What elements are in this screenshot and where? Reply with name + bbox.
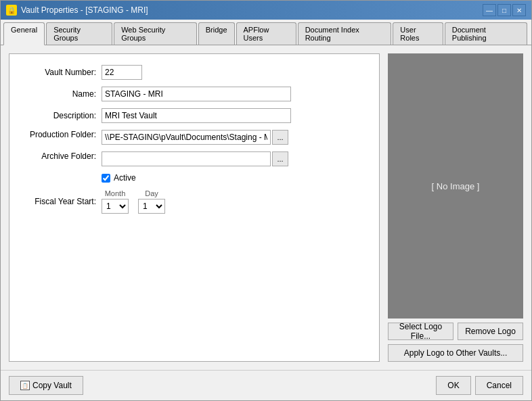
tabs-bar: General Security Groups Web Security Gro… (1, 20, 531, 45)
tab-user-roles[interactable]: User Roles (393, 22, 443, 45)
name-label: Name: (20, 89, 102, 99)
fiscal-day-label: Day (138, 189, 165, 197)
production-folder-input[interactable] (102, 130, 271, 145)
tab-general[interactable]: General (3, 22, 45, 45)
copy-vault-label: Copy Vault (32, 381, 72, 390)
active-row: Active (102, 173, 368, 183)
main-panel: Vault Number: Name: Description: Product… (9, 53, 523, 362)
description-row: Description: (20, 108, 368, 123)
tab-document-index-routing[interactable]: Document Index Routing (298, 22, 392, 45)
logo-section: [ No Image ] Select Logo File... Remove … (388, 53, 523, 362)
production-folder-row: Production Folder: ... (20, 130, 368, 145)
archive-folder-label: Archive Folder: (20, 151, 102, 161)
fiscal-month-select[interactable]: 1 2 3 4 5 6 7 8 9 10 11 (102, 199, 129, 214)
name-row: Name: (20, 87, 368, 101)
archive-folder-row: Archive Folder: ... (20, 151, 368, 166)
archive-folder-input[interactable] (102, 151, 271, 166)
form-section: Vault Number: Name: Description: Product… (9, 53, 380, 362)
fiscal-day-sub: Day 1 2 3 4 5 6 7 8 9 10 (138, 189, 165, 214)
vault-number-input[interactable] (102, 65, 142, 80)
bottom-left: 📋 Copy Vault (9, 376, 83, 395)
fiscal-month-sub: Month 1 2 3 4 5 6 7 8 9 1 (102, 189, 129, 214)
description-input[interactable] (102, 108, 291, 123)
title-bar-left: 🔒 Vault Properties - [STAGING - MRI] (6, 5, 148, 16)
app-icon: 🔒 (6, 5, 17, 16)
fiscal-year-row: Fiscal Year Start: Month 1 2 3 4 5 6 (20, 189, 368, 214)
tab-apflow-users[interactable]: APFlow Users (236, 22, 296, 45)
title-controls: — □ ✕ (483, 4, 526, 16)
main-window: 🔒 Vault Properties - [STAGING - MRI] — □… (0, 0, 532, 401)
copy-vault-icon: 📋 (20, 381, 30, 390)
archive-folder-browse[interactable]: ... (272, 151, 288, 166)
tab-security-groups[interactable]: Security Groups (46, 22, 112, 45)
active-label: Active (114, 173, 136, 183)
production-folder-wrap: ... (102, 130, 288, 145)
cancel-button[interactable]: Cancel (475, 376, 523, 395)
content-area: Vault Number: Name: Description: Product… (1, 45, 531, 370)
tab-document-publishing[interactable]: Document Publishing (445, 22, 527, 45)
select-logo-button[interactable]: Select Logo File... (388, 323, 453, 340)
vault-number-label: Vault Number: (20, 68, 102, 77)
minimize-button[interactable]: — (483, 4, 496, 16)
name-input[interactable] (102, 87, 291, 101)
logo-preview: [ No Image ] (388, 53, 523, 319)
bottom-bar: 📋 Copy Vault OK Cancel (1, 370, 531, 400)
production-folder-label: Production Folder: (20, 130, 102, 139)
window-title: Vault Properties - [STAGING - MRI] (21, 5, 148, 15)
vault-number-row: Vault Number: (20, 65, 368, 80)
bottom-right: OK Cancel (436, 376, 523, 395)
apply-logo-button[interactable]: Apply Logo to Other Vaults... (388, 344, 523, 362)
maximize-button[interactable]: □ (497, 4, 511, 16)
title-bar: 🔒 Vault Properties - [STAGING - MRI] — □… (1, 1, 531, 20)
logo-btn-row: Select Logo File... Remove Logo (388, 323, 523, 340)
fiscal-day-select[interactable]: 1 2 3 4 5 6 7 8 9 10 15 (138, 199, 165, 214)
active-checkbox[interactable] (102, 174, 110, 183)
no-image-text: [ No Image ] (432, 181, 480, 191)
copy-vault-button[interactable]: 📋 Copy Vault (9, 376, 83, 395)
tab-web-security-groups[interactable]: Web Security Groups (114, 22, 197, 45)
fiscal-year-label: Fiscal Year Start: (20, 197, 102, 206)
description-label: Description: (20, 111, 102, 120)
close-button[interactable]: ✕ (512, 4, 526, 16)
remove-logo-button[interactable]: Remove Logo (458, 323, 523, 340)
archive-folder-wrap: ... (102, 151, 288, 166)
tab-bridge[interactable]: Bridge (198, 22, 235, 45)
ok-button[interactable]: OK (436, 376, 470, 395)
production-folder-browse[interactable]: ... (272, 130, 288, 145)
fiscal-month-label: Month (102, 189, 129, 197)
